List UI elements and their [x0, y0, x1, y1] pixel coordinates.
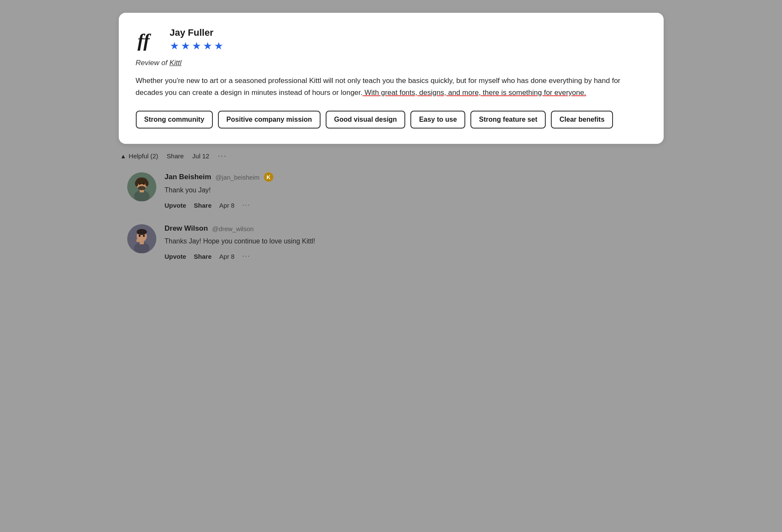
comment-jan: Jan Beisheim @jan_beisheim K Thank you J… [119, 172, 664, 209]
comment-drew: Drew Wilson @drew_wilson Thanks Jay! Hop… [119, 224, 664, 260]
review-text-underlined: With great fonts, designs, and more, the… [363, 89, 586, 97]
review-footer: ▲ Helpful (2) Share Jul 12 ··· [119, 152, 664, 160]
comment-actions-jan: Upvote Share Apr 8 ··· [165, 201, 664, 209]
svg-point-5 [145, 180, 149, 186]
date-jan: Apr 8 [219, 202, 235, 209]
tag-easy-to-use[interactable]: Easy to use [410, 111, 465, 129]
comments-section: Jan Beisheim @jan_beisheim K Thank you J… [119, 172, 664, 275]
svg-point-10 [138, 186, 146, 190]
share-drew[interactable]: Share [194, 253, 212, 260]
avatar-drew [127, 224, 156, 253]
tag-positive-company-mission[interactable]: Positive company mission [218, 111, 321, 129]
tag-good-visual-design[interactable]: Good visual design [326, 111, 406, 129]
star-3: ★ [192, 40, 201, 52]
tag-strong-feature-set[interactable]: Strong feature set [470, 111, 546, 129]
reviewer-info: Jay Fuller ★ ★ ★ ★ ★ [170, 27, 223, 52]
commenter-name-jan: Jan Beisheim [165, 173, 212, 181]
helpful-section: ▲ Helpful (2) [120, 152, 158, 160]
svg-point-4 [135, 180, 138, 186]
commenter-handle-jan: @jan_beisheim [215, 174, 260, 181]
helpful-label[interactable]: Helpful (2) [129, 152, 158, 160]
star-5: ★ [214, 40, 223, 52]
tag-strong-community[interactable]: Strong community [136, 111, 213, 129]
svg-point-18 [136, 239, 140, 242]
svg-text:ff: ff [137, 30, 152, 51]
comment-body-jan: Jan Beisheim @jan_beisheim K Thank you J… [165, 172, 664, 209]
k-badge: K [264, 172, 273, 182]
comment-text-jan: Thank you Jay! [165, 185, 664, 195]
commenter-handle-drew: @drew_wilson [212, 225, 254, 232]
share-jan[interactable]: Share [194, 202, 212, 209]
upvote-drew[interactable]: Upvote [165, 253, 186, 260]
star-4: ★ [203, 40, 212, 52]
svg-point-13 [137, 229, 147, 235]
upvote-arrow-icon: ▲ [120, 153, 126, 160]
star-rating: ★ ★ ★ ★ ★ [170, 40, 223, 52]
svg-point-8 [139, 183, 140, 185]
comment-meta-drew: Drew Wilson @drew_wilson [165, 224, 664, 233]
svg-point-9 [143, 183, 145, 185]
share-button[interactable]: Share [167, 152, 184, 160]
reviewer-header: ff Jay Fuller ★ ★ ★ ★ ★ [136, 26, 647, 53]
review-card: ff Jay Fuller ★ ★ ★ ★ ★ Review of Kittl … [119, 13, 664, 144]
svg-point-16 [139, 235, 140, 237]
comment-body-drew: Drew Wilson @drew_wilson Thanks Jay! Hop… [165, 224, 664, 260]
svg-point-17 [143, 235, 145, 237]
star-1: ★ [170, 40, 179, 52]
comment-text-drew: Thanks Jay! Hope you continue to love us… [165, 236, 664, 246]
commenter-name-drew: Drew Wilson [165, 224, 208, 233]
more-options-button[interactable]: ··· [218, 152, 227, 160]
avatar-jan [127, 172, 156, 201]
reviewer-logo: ff [136, 26, 162, 53]
reviewer-name: Jay Fuller [170, 27, 223, 38]
more-drew[interactable]: ··· [242, 252, 250, 260]
comment-meta-jan: Jan Beisheim @jan_beisheim K [165, 172, 664, 182]
product-link[interactable]: Kittl [169, 59, 181, 67]
svg-rect-15 [140, 241, 144, 244]
review-text: Whether you're new to art or a seasoned … [136, 75, 647, 99]
upvote-jan[interactable]: Upvote [165, 202, 186, 209]
review-date: Jul 12 [192, 152, 209, 160]
comment-actions-drew: Upvote Share Apr 8 ··· [165, 252, 664, 260]
review-of: Review of Kittl [136, 59, 647, 67]
star-2: ★ [181, 40, 190, 52]
more-jan[interactable]: ··· [242, 201, 250, 209]
date-drew: Apr 8 [219, 253, 235, 260]
tags-container: Strong community Positive company missio… [136, 111, 647, 129]
tag-clear-benefits[interactable]: Clear benefits [551, 111, 613, 129]
